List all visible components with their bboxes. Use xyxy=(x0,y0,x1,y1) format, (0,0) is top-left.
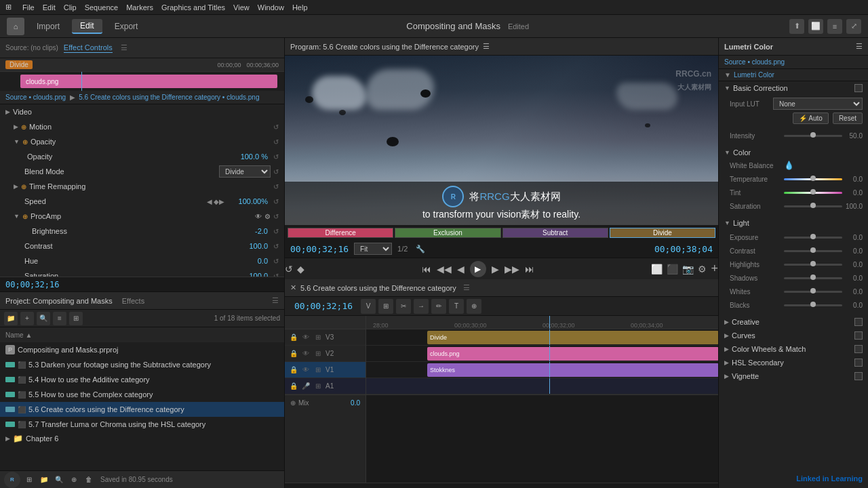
shad-thumb[interactable] xyxy=(810,274,816,280)
time-remap-expand[interactable]: ▶ xyxy=(14,183,18,190)
v2-track[interactable]: clouds.png xyxy=(366,346,718,362)
menu-help[interactable]: Help xyxy=(292,3,308,12)
procamps-settings[interactable]: ⚙ xyxy=(264,213,271,220)
exposure-slider[interactable] xyxy=(784,237,842,239)
seq-tool-selection[interactable]: V xyxy=(361,299,376,314)
project-tab[interactable]: Project: Compositing and Masks xyxy=(5,297,113,305)
contrast-reset[interactable]: ↺ xyxy=(273,243,279,250)
a1-sync[interactable]: ⊞ xyxy=(313,382,323,391)
shadows-slider[interactable] xyxy=(784,277,842,279)
clouds-clip[interactable]: clouds.png xyxy=(427,347,718,361)
seq-tool-ripple[interactable]: ⊞ xyxy=(378,299,393,314)
blend-subtract[interactable]: Subtract xyxy=(502,228,608,238)
stokknes-clip[interactable]: Stokknes xyxy=(427,363,718,377)
sat-thumb[interactable] xyxy=(810,203,816,208)
program-timecode[interactable]: 00;00;32;16 xyxy=(290,244,349,254)
seq-tool-razor[interactable]: ✂ xyxy=(396,299,411,314)
video-expand[interactable]: ▶ xyxy=(5,108,10,115)
a1-mic[interactable]: 🎤 xyxy=(301,382,311,391)
menu-clip[interactable]: Clip xyxy=(64,3,77,12)
basic-correction-checkbox[interactable] xyxy=(854,84,863,92)
motion-reset[interactable]: ↺ xyxy=(273,123,279,131)
temperature-slider[interactable] xyxy=(784,178,842,180)
panel-menu-icon[interactable]: ☰ xyxy=(121,43,127,52)
opacity-expand[interactable]: ▼ xyxy=(14,138,20,145)
overwrite-btn[interactable]: ⬛ xyxy=(667,264,678,274)
reset-button[interactable]: Reset xyxy=(833,113,863,124)
lumetri-effect-name[interactable]: Lumetri Color xyxy=(734,71,774,79)
color-wheels-header[interactable]: ▶ Color Wheels & Match xyxy=(719,342,868,356)
a1-track[interactable] xyxy=(366,378,718,394)
search-small-btn[interactable]: 🔍 xyxy=(53,474,65,486)
menu-graphics[interactable]: Graphics and Titles xyxy=(161,3,225,12)
seq-tool-type[interactable]: T xyxy=(449,299,464,314)
menu-view[interactable]: View xyxy=(233,3,250,12)
list-item[interactable]: ⬛ 5.4 How to use the Additive category xyxy=(0,372,284,387)
intensity-thumb[interactable] xyxy=(810,132,816,138)
sequence-playhead[interactable] xyxy=(549,316,550,329)
cw-checkbox[interactable] xyxy=(854,345,863,353)
list-item-active[interactable]: ⬛ 5.6 Create colors using the Difference… xyxy=(0,402,284,417)
play-button[interactable]: ▶ xyxy=(470,261,486,277)
nav-export[interactable]: Export xyxy=(106,20,146,33)
lumetri-dropdown-arrow[interactable]: ▼ xyxy=(724,71,731,79)
tint-slider[interactable] xyxy=(784,192,842,194)
wrench-icon[interactable]: 🔧 xyxy=(416,245,425,253)
opacity-val-reset[interactable]: ↺ xyxy=(273,153,279,161)
v1-sync[interactable]: ⊞ xyxy=(313,365,323,375)
step-fwd-btn[interactable]: ▶▶ xyxy=(505,264,519,274)
saturation-slider[interactable] xyxy=(784,205,842,207)
highlights-slider[interactable] xyxy=(784,264,842,266)
creative-header[interactable]: ▶ Creative xyxy=(719,315,868,329)
auto-button[interactable]: ⚡ Auto xyxy=(793,113,829,124)
zoom-btn[interactable]: ⊕ xyxy=(68,474,80,486)
v2-visibility[interactable]: 👁 xyxy=(301,349,311,359)
settings-icon[interactable]: ≡ xyxy=(827,19,842,34)
export-icon[interactable]: ⬜ xyxy=(808,19,823,34)
whites-thumb[interactable] xyxy=(810,288,816,293)
exp-thumb[interactable] xyxy=(810,234,816,239)
contrast-lumetri-slider[interactable] xyxy=(784,250,842,252)
v3-track[interactable]: Divide xyxy=(366,329,718,346)
new-sequence-btn[interactable]: ⊞ xyxy=(23,474,35,486)
fullscreen-icon[interactable]: ⤢ xyxy=(846,19,861,34)
mix-value[interactable]: 0.0 xyxy=(351,399,360,407)
folder-expand[interactable]: ▶ xyxy=(5,435,10,442)
lut-select[interactable]: None xyxy=(773,98,863,110)
brightness-reset[interactable]: ↺ xyxy=(273,228,279,235)
program-menu-icon[interactable]: ☰ xyxy=(483,42,490,51)
menu-file[interactable]: File xyxy=(22,3,35,12)
v1-track[interactable]: Stokknes xyxy=(366,362,718,378)
seq-tool-track[interactable]: → xyxy=(414,299,429,314)
blend-exclusion[interactable]: Exclusion xyxy=(395,228,500,238)
timeline-scrollbar[interactable] xyxy=(285,483,718,488)
menu-markers[interactable]: Markers xyxy=(126,3,153,12)
add-marker-btn[interactable]: + xyxy=(711,262,718,276)
mix-icon[interactable]: ⊕ xyxy=(290,399,296,407)
high-thumb[interactable] xyxy=(810,261,816,266)
folder-item[interactable]: ▶ 📁 Chapter 6 xyxy=(0,432,284,445)
export-frame-btn[interactable]: 📷 xyxy=(682,264,694,274)
next-frame-btn[interactable]: ▶ xyxy=(492,264,499,274)
list-item[interactable]: ⬛ 5.7 Transfer Luma or Chroma using the … xyxy=(0,417,284,432)
motion-expand[interactable]: ▶ xyxy=(14,123,18,130)
time-remap-reset[interactable]: ↺ xyxy=(273,183,279,190)
v3-sync[interactable]: ⊞ xyxy=(313,333,323,342)
cont-thumb[interactable] xyxy=(810,247,816,253)
v1-visibility[interactable]: 👁 xyxy=(301,365,311,375)
list-view-btn[interactable]: ≡ xyxy=(53,312,66,325)
vig-checkbox[interactable] xyxy=(854,372,863,380)
vignette-header[interactable]: ▶ Vignette xyxy=(719,369,868,383)
project-panel-menu[interactable]: ☰ xyxy=(272,296,279,305)
lumetri-menu-icon[interactable]: ☰ xyxy=(856,42,863,51)
basic-correction-header[interactable]: ▼ Basic Correction xyxy=(719,81,868,95)
whites-slider[interactable] xyxy=(784,291,842,293)
divide-clip[interactable]: Divide xyxy=(427,331,718,344)
new-item-btn[interactable]: + xyxy=(20,312,34,325)
v3-lock[interactable]: 🔒 xyxy=(289,333,298,342)
menu-edit[interactable]: Edit xyxy=(43,3,56,12)
speed-keyframe-left[interactable]: ◀ xyxy=(207,198,212,205)
blacks-slider[interactable] xyxy=(784,304,842,306)
procamps-reset[interactable]: ↺ xyxy=(273,213,279,220)
insert-btn[interactable]: ⬜ xyxy=(651,264,663,274)
